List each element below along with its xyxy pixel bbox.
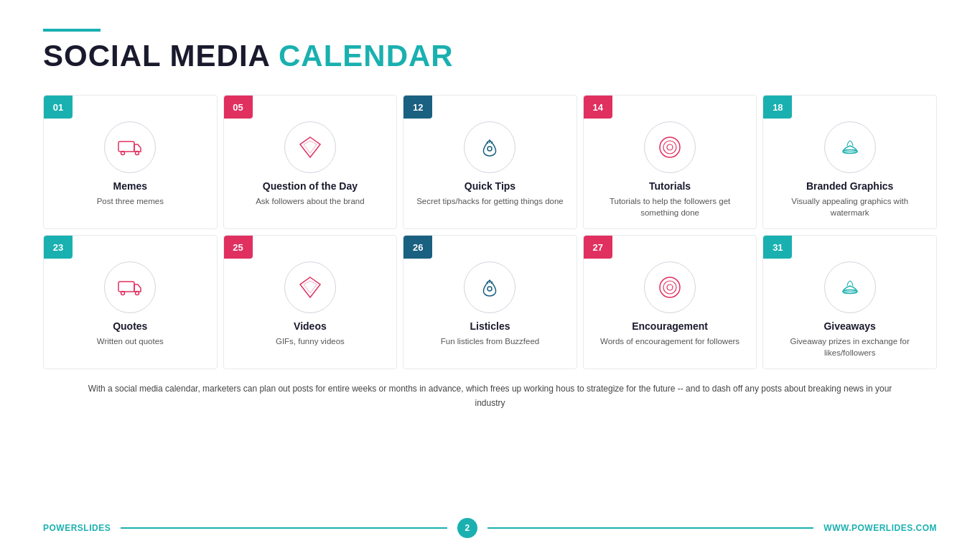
page: SOCIAL MEDIA CALENDAR 01 Memes Post thre…	[0, 0, 980, 551]
quotes-title: Quotes	[113, 320, 147, 332]
card-number-25: 25	[224, 236, 253, 259]
card-listicles: 26 Listicles Fun listicles from Buzzfeed	[403, 235, 577, 369]
bottom-line-left	[121, 527, 447, 529]
quicktips-icon-circle	[464, 121, 515, 173]
branded-icon-circle	[824, 121, 876, 173]
title-part1: SOCIAL MEDIA	[43, 39, 279, 73]
memes-desc: Post three memes	[97, 195, 164, 207]
videos-desc: GIFs, funny videos	[276, 335, 345, 347]
giveaways-icon-circle	[824, 261, 876, 313]
svg-point-5	[487, 147, 492, 151]
card-memes: 01 Memes Post three memes	[43, 95, 218, 229]
cards-container: 01 Memes Post three memes 05	[43, 95, 937, 369]
card-question: 05 Question of the Day Ask followers abo…	[223, 95, 398, 229]
memes-title: Memes	[113, 180, 147, 192]
hat2-icon	[837, 274, 863, 300]
card-tutorials: 14 Tutorials Tutorials to help the follo…	[583, 95, 757, 229]
card-number-14: 14	[584, 96, 612, 119]
cards-row-2: 23 Quotes Written out quotes 25	[43, 235, 937, 369]
bottom-line-right	[487, 527, 814, 529]
encouragement-icon-circle	[644, 261, 696, 313]
memes-icon-circle	[104, 121, 156, 173]
brand-power: POWER	[43, 523, 78, 533]
footer-text: With a social media calendar, marketers …	[43, 382, 937, 409]
question-title: Question of the Day	[263, 180, 358, 192]
listicles-icon-circle	[464, 261, 515, 313]
diamond2-icon	[297, 274, 323, 300]
svg-point-1	[121, 152, 125, 155]
quicktips-desc: Secret tips/hacks for getting things don…	[416, 195, 564, 207]
website-url: WWW.POWERLIDES.COM	[823, 523, 937, 533]
party2-icon	[477, 274, 503, 300]
party-icon	[477, 134, 503, 160]
quotes-icon-circle	[104, 261, 156, 313]
tutorials-title: Tutorials	[649, 180, 691, 192]
svg-rect-14	[118, 282, 134, 292]
giveaways-desc: Giveaway prizes in exchange for likes/fo…	[773, 335, 926, 358]
videos-icon-circle	[284, 261, 336, 313]
card-number-31: 31	[763, 236, 792, 259]
svg-point-2	[136, 152, 139, 155]
card-branded: 18 Branded Graphics Visually appealing g…	[762, 95, 937, 229]
card-giveaways: 31 Giveaways Giveaway prizes in exchange…	[762, 235, 937, 369]
card-quicktips: 12 Quick Tips Secret tips/hacks for gett…	[403, 95, 577, 229]
brand-label: POWERSLIDES	[43, 523, 111, 533]
card-encouragement: 27 Encouragement Words of encouragement …	[583, 235, 757, 369]
giveaways-title: Giveaways	[823, 320, 875, 332]
title-accent-line	[43, 29, 101, 32]
card-number-05: 05	[224, 96, 253, 119]
svg-point-16	[136, 292, 139, 295]
svg-rect-0	[118, 142, 134, 152]
card-videos: 25 Videos GIFs, funny videos	[223, 235, 398, 369]
listicles-desc: Fun listicles from Buzzfeed	[441, 335, 539, 347]
bottom-bar: POWERSLIDES 2 WWW.POWERLIDES.COM	[0, 518, 980, 538]
quotes-desc: Written out quotes	[97, 335, 164, 347]
hat-icon	[837, 134, 863, 160]
truck-icon	[117, 134, 143, 160]
tutorials-icon-circle	[644, 121, 696, 173]
tutorials-desc: Tutorials to help the followers get some…	[594, 195, 747, 218]
svg-point-23	[660, 277, 680, 297]
svg-point-15	[121, 292, 125, 295]
question-desc: Ask followers about the brand	[256, 195, 365, 207]
encouragement-desc: Words of encouragement for followers	[600, 335, 739, 347]
target-icon	[657, 134, 683, 160]
svg-point-19	[487, 287, 492, 291]
card-number-12: 12	[403, 96, 432, 119]
title-part2: CALENDAR	[279, 39, 454, 73]
svg-point-11	[667, 144, 673, 150]
card-quotes: 23 Quotes Written out quotes	[43, 235, 218, 369]
card-number-26: 26	[403, 236, 432, 259]
page-number: 2	[457, 518, 477, 538]
listicles-title: Listicles	[470, 320, 510, 332]
svg-marker-3	[300, 137, 320, 157]
title-bar: SOCIAL MEDIA CALENDAR	[43, 29, 937, 73]
card-number-18: 18	[763, 96, 792, 119]
quicktips-title: Quick Tips	[465, 180, 515, 192]
encouragement-title: Encouragement	[632, 320, 708, 332]
card-number-01: 01	[44, 96, 73, 119]
cards-row-1: 01 Memes Post three memes 05	[43, 95, 937, 229]
truck2-icon	[117, 274, 143, 300]
target2-icon	[657, 274, 683, 300]
question-icon-circle	[284, 121, 336, 173]
branded-desc: Visually appealing graphics with waterma…	[773, 195, 926, 218]
page-title: SOCIAL MEDIA CALENDAR	[43, 39, 937, 73]
svg-point-10	[663, 141, 676, 154]
branded-title: Branded Graphics	[806, 180, 893, 192]
brand-slides: SLIDES	[78, 523, 111, 533]
svg-point-24	[663, 281, 676, 294]
diamond-icon	[297, 134, 323, 160]
svg-marker-17	[300, 277, 320, 297]
svg-point-25	[667, 284, 673, 290]
card-number-27: 27	[584, 236, 612, 259]
card-number-23: 23	[44, 236, 73, 259]
videos-title: Videos	[294, 320, 327, 332]
svg-point-9	[660, 137, 680, 157]
